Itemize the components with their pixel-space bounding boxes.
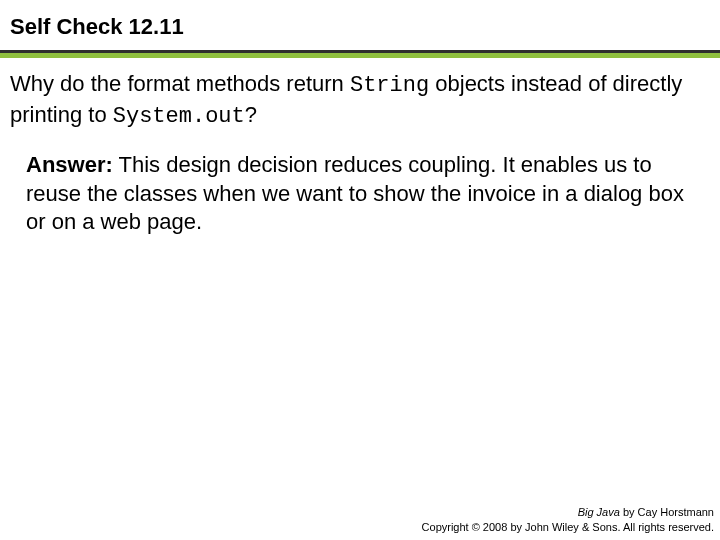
question-pre: Why do the format methods return (10, 71, 350, 96)
slide-title: Self Check 12.11 (10, 14, 710, 40)
footer-author: by Cay Horstmann (620, 506, 714, 518)
slide: Self Check 12.11 Why do the format metho… (0, 0, 720, 540)
footer: Big Java by Cay Horstmann Copyright © 20… (422, 505, 714, 534)
footer-line1: Big Java by Cay Horstmann (422, 505, 714, 519)
question-post: ? (245, 102, 257, 127)
answer-text: Answer: This design decision reduces cou… (0, 135, 720, 241)
question-text: Why do the format methods return String … (0, 58, 720, 135)
code-systemout: System.out (113, 104, 245, 129)
footer-book: Big Java (578, 506, 620, 518)
footer-copyright: Copyright © 2008 by John Wiley & Sons. A… (422, 520, 714, 534)
title-block: Self Check 12.11 (0, 0, 720, 50)
code-string: String (350, 73, 429, 98)
answer-body: This design decision reduces coupling. I… (26, 152, 684, 234)
answer-label: Answer: (26, 152, 113, 177)
